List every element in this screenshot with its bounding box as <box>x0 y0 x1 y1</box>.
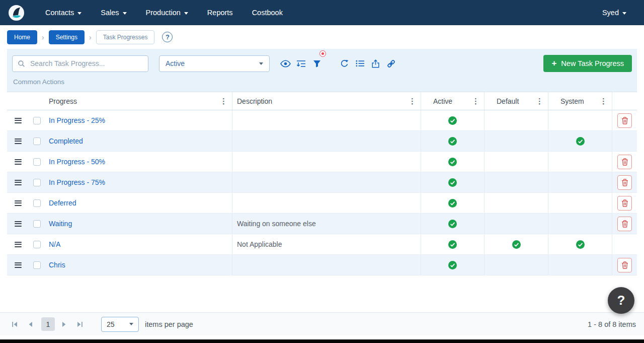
drag-handle-icon[interactable] <box>15 180 22 185</box>
items-per-page-label: items per page <box>145 320 193 328</box>
delete-button[interactable] <box>617 196 632 211</box>
nav-item-contacts[interactable]: Contacts <box>36 0 91 25</box>
chevron-down-icon <box>622 12 626 15</box>
table-row: Completed <box>7 131 637 152</box>
list-view-button[interactable] <box>352 56 368 72</box>
progress-link[interactable]: Chris <box>49 261 65 269</box>
floating-help-button[interactable]: ? <box>608 287 634 314</box>
prev-page-button[interactable] <box>24 317 37 331</box>
app-logo[interactable] <box>8 5 25 21</box>
table-header: Progress ⋮ Description ⋮ Active ⋮ Defaul… <box>7 92 637 110</box>
insert-row-button[interactable] <box>293 56 309 72</box>
progress-cell: Waiting <box>44 214 232 234</box>
column-header-progress[interactable]: Progress ⋮ <box>44 92 232 110</box>
chevron-down-icon <box>184 12 188 15</box>
drag-handle-cell <box>7 152 29 172</box>
table-body: In Progress - 25% <box>7 110 637 276</box>
next-page-button[interactable] <box>57 317 70 331</box>
progress-link[interactable]: N/A <box>49 240 60 248</box>
task-progress-table: Progress ⋮ Description ⋮ Active ⋮ Defaul… <box>7 92 637 276</box>
row-checkbox[interactable] <box>33 199 41 207</box>
search-input[interactable] <box>29 59 143 68</box>
default-cell <box>485 152 548 172</box>
delete-button[interactable] <box>617 155 632 169</box>
progress-cell: Completed <box>44 131 232 151</box>
status-filter-dropdown[interactable]: Active <box>159 55 270 72</box>
row-checkbox[interactable] <box>33 220 41 228</box>
nav-item-label: Sales <box>101 9 119 17</box>
trash-icon <box>621 158 628 166</box>
trash-icon <box>621 261 628 269</box>
drag-handle-icon[interactable] <box>15 262 22 268</box>
nav-item-production[interactable]: Production <box>136 0 198 25</box>
row-checkbox[interactable] <box>33 117 41 124</box>
row-checkbox[interactable] <box>33 138 41 145</box>
row-checkbox[interactable] <box>33 179 41 186</box>
column-header-default[interactable]: Default ⋮ <box>485 92 548 110</box>
copy-link-button[interactable] <box>383 56 399 72</box>
delete-button[interactable] <box>617 217 632 231</box>
nav-item-label: Costbook <box>252 9 283 17</box>
help-icon[interactable]: ? <box>162 32 173 42</box>
status-filter-value: Active <box>166 59 185 67</box>
row-checkbox[interactable] <box>33 261 41 269</box>
active-check-icon <box>448 137 457 146</box>
active-check-icon <box>448 240 457 249</box>
last-page-button[interactable] <box>72 317 86 331</box>
progress-link[interactable]: In Progress - 25% <box>49 116 105 124</box>
delete-button[interactable] <box>617 175 632 190</box>
page-size-value: 25 <box>107 320 115 328</box>
column-menu-icon[interactable]: ⋮ <box>595 97 612 106</box>
column-menu-icon[interactable]: ⋮ <box>215 97 232 106</box>
delete-button[interactable] <box>617 113 632 128</box>
user-menu[interactable]: Syed <box>593 0 636 25</box>
column-header-system[interactable]: System ⋮ <box>548 92 612 110</box>
column-menu-icon[interactable]: ⋮ <box>467 97 484 106</box>
actions-cell <box>612 152 637 172</box>
new-task-progress-button[interactable]: + New Task Progress <box>543 55 632 72</box>
app-window: Contacts Sales Production Reports Costbo… <box>0 0 644 343</box>
row-checkbox[interactable] <box>33 158 41 166</box>
progress-link[interactable]: Deferred <box>49 199 76 207</box>
table-row: In Progress - 25% <box>7 110 637 131</box>
column-header-active[interactable]: Active ⋮ <box>421 92 485 110</box>
nav-item-costbook[interactable]: Costbook <box>243 0 292 25</box>
nav-item-reports[interactable]: Reports <box>198 0 243 25</box>
page-number-current[interactable]: 1 <box>41 317 55 331</box>
progress-link[interactable]: Completed <box>49 137 83 145</box>
nav-item-sales[interactable]: Sales <box>91 0 136 25</box>
delete-button[interactable] <box>617 258 632 272</box>
actions-cell <box>612 234 637 254</box>
progress-link[interactable]: Waiting <box>49 220 72 228</box>
export-button[interactable] <box>368 56 383 72</box>
drag-handle-icon[interactable] <box>15 200 22 206</box>
drag-handle-icon[interactable] <box>15 159 22 165</box>
drag-handle-icon[interactable] <box>15 221 22 227</box>
checkbox-cell <box>29 234 44 254</box>
column-menu-icon[interactable]: ⋮ <box>404 97 421 106</box>
description-cell <box>232 110 421 130</box>
row-checkbox[interactable] <box>33 241 41 248</box>
description-cell <box>232 131 421 151</box>
link-icon <box>386 59 396 68</box>
common-actions-toggle[interactable]: Common Actions <box>7 75 637 92</box>
progress-link[interactable]: In Progress - 50% <box>49 158 105 166</box>
drag-handle-icon[interactable] <box>15 242 22 247</box>
progress-cell: In Progress - 50% <box>44 152 232 172</box>
page-size-dropdown[interactable]: 25 <box>101 317 139 332</box>
drag-handle-icon[interactable] <box>15 139 22 144</box>
breadcrumb-home[interactable]: Home <box>7 30 37 44</box>
insert-row-icon <box>296 60 306 67</box>
description-cell <box>232 152 421 172</box>
visibility-button[interactable] <box>278 56 293 72</box>
refresh-button[interactable] <box>337 56 352 72</box>
drag-handle-icon[interactable] <box>15 118 22 123</box>
column-label: Progress <box>49 97 77 105</box>
column-header-description[interactable]: Description ⋮ <box>232 92 421 110</box>
active-cell <box>421 172 485 192</box>
column-menu-icon[interactable]: ⋮ <box>531 97 548 106</box>
first-page-button[interactable] <box>8 317 22 331</box>
breadcrumb-settings[interactable]: Settings <box>49 30 85 44</box>
filter-button[interactable] <box>309 56 325 72</box>
progress-link[interactable]: In Progress - 75% <box>49 178 105 186</box>
